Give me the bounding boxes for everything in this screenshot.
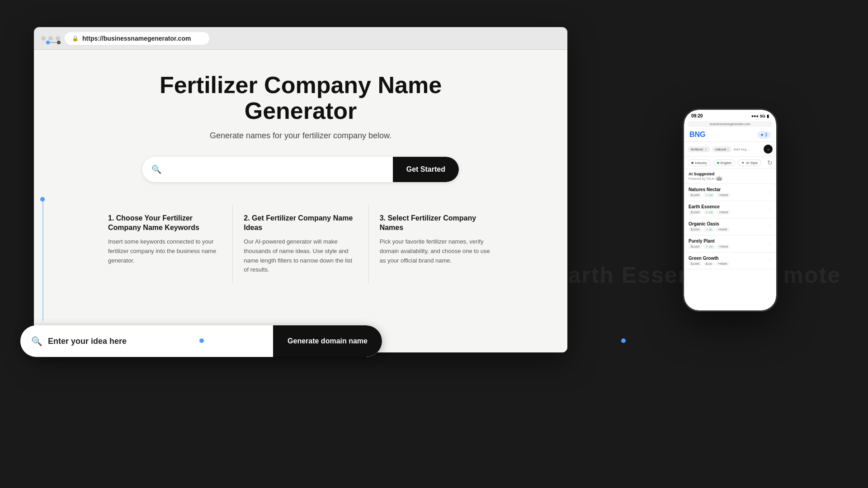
- domain-co-2: ✓.co: [703, 210, 715, 215]
- phone-name-earth-essence[interactable]: Earth Essence $.com ✓.co +more ♡: [684, 201, 776, 218]
- favorite-heart-3[interactable]: ♡: [767, 224, 772, 230]
- domain-com-1: $.com: [689, 193, 702, 197]
- name-title-1: Natures Nectar: [689, 187, 730, 192]
- webpage-content: Fertilizer Company Name Generator Genera…: [34, 50, 567, 352]
- phone-ai-section: AI Suggested Powered by TIA AI 🤖: [684, 169, 776, 184]
- phone-name-organic-oasis[interactable]: Organic Oasis $.com ✓.io +more ♡: [684, 218, 776, 235]
- domain-tags-4: $.com ✓.co +more: [689, 244, 730, 249]
- domain-more-3: +more: [716, 227, 729, 232]
- ai-icon: ✦: [741, 161, 745, 165]
- phone-status-icons: ●●● 5G ▮: [751, 114, 769, 118]
- search-input-area[interactable]: 🔍: [142, 157, 393, 182]
- step-1-desc: Insert some keywords connected to your f…: [108, 237, 222, 265]
- step-2-title: 2. Get Fertilizer Company Name Ideas: [244, 214, 357, 233]
- search-bar: 🔍 Get Started: [142, 157, 459, 182]
- step-1-title: 1. Choose Your Fertilizer Company Name K…: [108, 214, 222, 233]
- name-title-4: Purely Plant: [689, 239, 730, 244]
- domain-io-3: ✓.io: [703, 227, 714, 232]
- domain-com-2: $.com: [689, 210, 702, 215]
- ai-powered-sub: Powered by TIA AI 🤖: [689, 176, 723, 181]
- phone-url-text: businessnamegenerator.com: [710, 122, 750, 126]
- selection-dot-bl: [199, 338, 204, 343]
- selection-dot-br: [621, 338, 626, 343]
- svg-point-3: [199, 338, 204, 343]
- selection-bracket-tl: [38, 37, 65, 60]
- favorite-heart-4[interactable]: ♡: [767, 241, 772, 247]
- step-2-desc: Our AI-powered generator will make thous…: [244, 237, 357, 275]
- earth-essence-background-text: Earth Essence com mote: [552, 262, 841, 288]
- lock-icon: 🔒: [72, 35, 79, 42]
- domain-tags-1: $.com ✓.co +more: [689, 193, 730, 197]
- filter-icon: [691, 162, 693, 164]
- selection-line-left: [42, 199, 43, 321]
- phone-logo: BNG: [689, 131, 706, 139]
- phone-filter-aistyle[interactable]: ✦ AI Style: [738, 160, 761, 166]
- phone-add-key[interactable]: Add key...: [733, 147, 749, 151]
- svg-point-4: [621, 338, 626, 343]
- phone-search-tags: fertilizer × natural | Add key... →: [684, 142, 776, 157]
- refresh-icon[interactable]: ↻: [767, 159, 773, 166]
- step-3-desc: Pick your favorite fertilizer names, ver…: [380, 237, 493, 265]
- aistyle-label: AI Style: [746, 161, 758, 165]
- phone-go-button[interactable]: →: [764, 145, 773, 154]
- phone-name-purely-plant[interactable]: Purely Plant $.com ✓.co +more ♡: [684, 235, 776, 253]
- steps-row: 1. Choose Your Fertilizer Company Name K…: [97, 205, 504, 284]
- name-title-2: Earth Essence: [689, 204, 730, 209]
- domain-co-1: ✓.co: [703, 193, 715, 197]
- domain-co-4: ✓.co: [703, 244, 715, 249]
- step-1-card: 1. Choose Your Fertilizer Company Name K…: [97, 205, 233, 284]
- favorite-heart-2[interactable]: ♡: [767, 206, 772, 213]
- step-3-card: 3. Select Fertilizer Company Names Pick …: [369, 205, 504, 284]
- browser-window: 🔒 https://businessnamegenerator.com Fert…: [34, 27, 567, 352]
- name-title-3: Organic Oasis: [689, 221, 730, 226]
- url-text: https://businessnamegenerator.com: [82, 35, 191, 42]
- address-bar[interactable]: 🔒 https://businessnamegenerator.com: [65, 32, 209, 45]
- phone-status-bar: 09:20 ●●● 5G ▮: [684, 110, 776, 120]
- step-2-card: 2. Get Fertilizer Company Name Ideas Our…: [233, 205, 368, 284]
- search-icon: 🔍: [151, 164, 161, 174]
- phone-header: BNG ♥ 3: [684, 128, 776, 142]
- page-title: Fertilizer Company Name Generator: [147, 72, 454, 124]
- step-3-title: 3. Select Fertilizer Company Names: [380, 214, 493, 233]
- bottom-search-input-area[interactable]: 🔍 Enter your idea here: [20, 336, 273, 347]
- phone-name-natures-nectar[interactable]: Natures Nectar $.com ✓.co +more ♡: [684, 184, 776, 201]
- phone-favorites[interactable]: ♥ 3: [757, 131, 771, 139]
- svg-rect-0: [46, 41, 50, 44]
- english-label: English: [721, 161, 732, 165]
- filter-label: Industry: [695, 161, 707, 165]
- name-title-5: Green Growth: [689, 256, 729, 261]
- signal-icon: ●●●: [751, 114, 759, 118]
- svg-rect-1: [50, 42, 57, 43]
- domain-tags-2: $.com ✓.co +more: [689, 210, 730, 215]
- domain-com-3: $.com: [689, 227, 702, 232]
- phone-tag-natural[interactable]: natural |: [712, 146, 732, 152]
- tag-remove-2[interactable]: |: [727, 147, 728, 151]
- search-input[interactable]: [166, 165, 384, 174]
- browser-chrome: 🔒 https://businessnamegenerator.com: [34, 27, 567, 50]
- domain-more-2: +more: [717, 210, 730, 215]
- wifi-icon: 5G: [760, 114, 765, 118]
- phone-url-bar[interactable]: businessnamegenerator.com: [688, 121, 773, 127]
- svg-rect-6: [42, 199, 43, 321]
- bottom-search-placeholder: Enter your idea here: [48, 337, 127, 346]
- generate-domain-button[interactable]: Generate domain name: [273, 325, 382, 357]
- favorite-heart-1[interactable]: ♡: [767, 189, 772, 196]
- phone-filter-english[interactable]: English: [713, 160, 736, 166]
- ai-suggested-label: AI Suggested: [689, 172, 723, 176]
- get-started-button[interactable]: Get Started: [393, 157, 459, 182]
- page-subtitle: Generate names for your fertilizer compa…: [210, 131, 392, 141]
- bottom-search-icon: 🔍: [31, 336, 42, 347]
- phone-tag-fertilizer[interactable]: fertilizer ×: [688, 146, 710, 152]
- domain-tags-3: $.com ✓.io +more: [689, 227, 730, 232]
- battery-icon: ▮: [767, 114, 769, 118]
- domain-com-4: $.com: [689, 244, 702, 249]
- domain-more-4: +more: [717, 244, 730, 249]
- tag-remove[interactable]: ×: [705, 147, 707, 151]
- tag-label: fertilizer: [691, 147, 703, 151]
- svg-rect-2: [57, 41, 61, 44]
- tag-label-2: natural: [715, 147, 726, 151]
- domain-more-1: +more: [717, 193, 730, 197]
- phone-filter-industry[interactable]: Industry: [688, 160, 711, 166]
- phone-filter-row: Industry English ✦ AI Style ↻: [684, 157, 776, 169]
- phone-time: 09:20: [691, 113, 703, 118]
